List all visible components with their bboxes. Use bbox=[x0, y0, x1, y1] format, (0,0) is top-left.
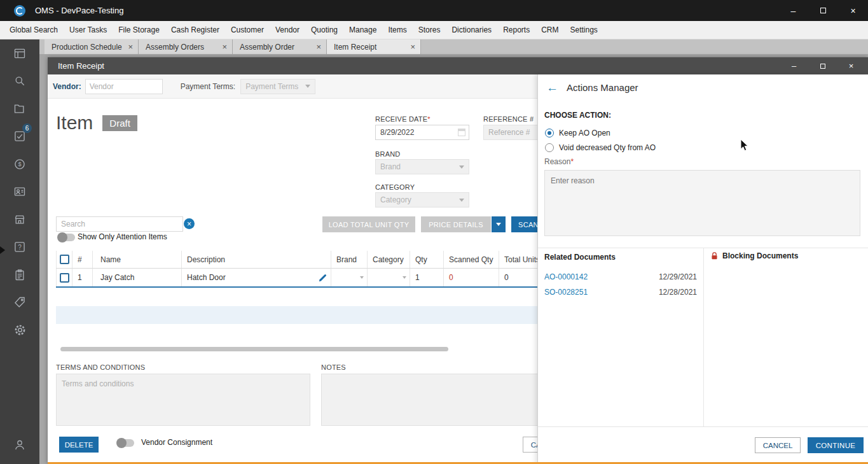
row-name[interactable]: Jay Catch bbox=[93, 269, 182, 286]
row-scanned-qty[interactable]: 0 bbox=[444, 269, 499, 286]
menu-item-reports[interactable]: Reports bbox=[497, 21, 535, 39]
brand-select[interactable]: Brand bbox=[375, 159, 469, 174]
select-all-checkbox[interactable] bbox=[60, 255, 69, 264]
document-link[interactable]: AO-0000142 bbox=[544, 272, 659, 281]
sidebar-item-settings[interactable] bbox=[0, 316, 39, 344]
menu-item-quoting[interactable]: Quoting bbox=[305, 21, 343, 39]
menu-item-stores[interactable]: Stores bbox=[413, 21, 446, 39]
close-icon[interactable]: × bbox=[222, 43, 227, 51]
column-scanned-qty[interactable]: Scanned Qty bbox=[444, 251, 499, 268]
price-details-dropdown-button[interactable] bbox=[492, 216, 506, 232]
row-category-select[interactable] bbox=[368, 269, 410, 286]
menu-item-crm[interactable]: CRM bbox=[535, 21, 564, 39]
sidebar-item-dashboard[interactable] bbox=[0, 39, 39, 67]
delete-button[interactable]: DELETE bbox=[59, 437, 99, 453]
dashboard-icon bbox=[13, 47, 26, 60]
cancel-button[interactable]: CANCEL bbox=[755, 437, 801, 453]
menu-item-file-storage[interactable]: File Storage bbox=[113, 21, 165, 39]
menu-item-user-tasks[interactable]: User Tasks bbox=[64, 21, 113, 39]
sidebar-item-user[interactable] bbox=[0, 432, 39, 460]
terms-textarea[interactable] bbox=[56, 374, 310, 426]
vendor-input[interactable] bbox=[85, 79, 163, 94]
tab-item-receipt[interactable]: Item Receipt × bbox=[327, 39, 421, 54]
menu-item-global-search[interactable]: Global Search bbox=[4, 21, 64, 39]
item-receipt-titlebar: Item Receipt – × bbox=[48, 57, 868, 74]
row-checkbox[interactable] bbox=[60, 273, 69, 283]
calendar-icon[interactable] bbox=[458, 129, 465, 136]
back-arrow-icon[interactable]: ← bbox=[546, 81, 558, 94]
option-keep-ao-open[interactable]: Keep AO Open bbox=[545, 128, 610, 138]
sidebar-item-tasks[interactable]: 6 bbox=[0, 123, 39, 151]
price-details-button[interactable]: PRICE DETAILS bbox=[421, 216, 491, 232]
row-description[interactable]: Hatch Door bbox=[182, 269, 331, 286]
vendor-consignment-toggle[interactable] bbox=[118, 439, 134, 447]
load-total-unit-qty-button[interactable]: LOAD TOTAL UNIT QTY bbox=[322, 216, 415, 232]
chevron-down-icon bbox=[459, 199, 464, 202]
clear-search-icon[interactable]: × bbox=[184, 218, 195, 229]
search-input[interactable] bbox=[56, 216, 183, 232]
sidebar-item-tags[interactable] bbox=[0, 289, 39, 317]
sidebar-item-orders[interactable] bbox=[0, 261, 39, 289]
column-brand[interactable]: Brand bbox=[331, 251, 368, 268]
column-qty[interactable]: Qty bbox=[410, 251, 444, 268]
chevron-down-icon bbox=[403, 276, 406, 279]
menu-item-items[interactable]: Items bbox=[382, 21, 412, 39]
close-icon[interactable]: × bbox=[316, 43, 321, 51]
toggle-knob bbox=[57, 232, 67, 243]
minimize-icon[interactable]: – bbox=[778, 0, 808, 21]
document-link[interactable]: SO-0028251 bbox=[544, 288, 659, 297]
vendor-consignment-label: Vendor Consignment bbox=[141, 438, 212, 447]
column-category[interactable]: Category bbox=[368, 251, 410, 268]
reason-textarea[interactable] bbox=[544, 170, 860, 236]
column-num[interactable]: # bbox=[72, 251, 93, 268]
payment-terms-select[interactable]: Payment Terms bbox=[240, 79, 315, 94]
option-void-decreased-qty[interactable]: Void decreased Qty from AO bbox=[545, 143, 656, 153]
close-icon[interactable]: × bbox=[837, 57, 865, 74]
sidebar-item-contacts[interactable] bbox=[0, 178, 39, 206]
tab-assembly-orders[interactable]: Assembly Orders × bbox=[139, 39, 233, 54]
table-row[interactable]: 1 Jay Catch Hatch Door 1 0 0 bbox=[56, 269, 550, 288]
tab-assembly-order[interactable]: Assembly Order × bbox=[233, 39, 327, 54]
tab-label: Production Schedule bbox=[52, 43, 122, 52]
sidebar-flyout-arrow-icon[interactable] bbox=[0, 246, 5, 254]
select-all-cell bbox=[56, 251, 72, 268]
menu-item-vendor[interactable]: Vendor bbox=[270, 21, 305, 39]
menu-item-dictionaries[interactable]: Dictionaries bbox=[446, 21, 497, 39]
horizontal-scrollbar[interactable] bbox=[60, 347, 448, 351]
row-qty[interactable]: 1 bbox=[410, 269, 444, 286]
sidebar-item-payments[interactable]: $ bbox=[0, 150, 39, 178]
receive-date-input[interactable] bbox=[375, 125, 469, 140]
sidebar-item-folders[interactable] bbox=[0, 95, 39, 123]
close-icon[interactable]: × bbox=[128, 43, 133, 51]
sidebar-item-search[interactable] bbox=[0, 67, 39, 95]
restore-icon[interactable] bbox=[808, 0, 838, 21]
receive-date-label: RECEIVE DATE* bbox=[375, 115, 431, 123]
radio-unselected-icon[interactable] bbox=[545, 143, 554, 152]
menu-item-manage[interactable]: Manage bbox=[343, 21, 382, 39]
row-brand-select[interactable] bbox=[331, 269, 368, 286]
restore-icon[interactable] bbox=[808, 57, 837, 74]
row-description-text: Hatch Door bbox=[187, 273, 226, 282]
tab-label: Assembly Order bbox=[240, 43, 294, 52]
sidebar-item-help[interactable]: ? bbox=[0, 234, 39, 262]
close-icon[interactable]: × bbox=[410, 43, 415, 51]
payment-terms-label: Payment Terms: bbox=[181, 82, 235, 91]
tab-production-schedule[interactable]: Production Schedule × bbox=[45, 39, 139, 54]
item-receipt-window-title: Item Receipt bbox=[58, 61, 104, 71]
menu-item-customer[interactable]: Customer bbox=[225, 21, 270, 39]
menu-item-cash-register[interactable]: Cash Register bbox=[165, 21, 225, 39]
choose-action-label: CHOOSE ACTION: bbox=[544, 111, 611, 120]
column-name[interactable]: Name bbox=[93, 251, 182, 268]
category-select[interactable]: Category bbox=[375, 192, 469, 207]
radio-selected-icon[interactable] bbox=[545, 129, 554, 137]
attention-items-toggle[interactable] bbox=[59, 234, 75, 241]
menu-item-settings[interactable]: Settings bbox=[564, 21, 603, 39]
continue-button[interactable]: CONTINUE bbox=[808, 437, 864, 453]
user-icon bbox=[13, 439, 26, 451]
minimize-icon[interactable]: – bbox=[780, 57, 808, 74]
column-description[interactable]: Description bbox=[182, 251, 331, 268]
sidebar-item-stores[interactable] bbox=[0, 206, 39, 234]
related-document-row: SO-0028251 12/28/2021 bbox=[544, 288, 697, 297]
close-icon[interactable]: × bbox=[838, 0, 868, 21]
edit-pencil-icon[interactable] bbox=[318, 273, 327, 283]
